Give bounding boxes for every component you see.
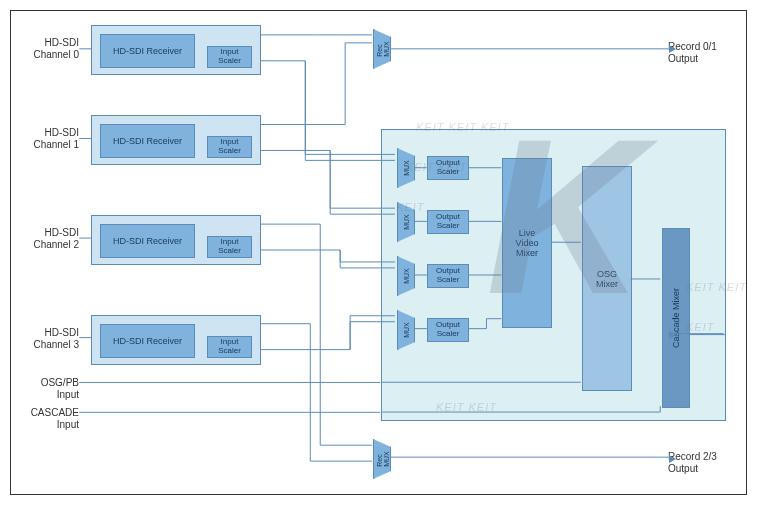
- rec-mux-top: Rec MUX: [373, 29, 391, 69]
- osg-mixer: OSG Mixer: [582, 166, 632, 391]
- hdsdi-receiver-2: HD-SDI Receiver: [100, 224, 195, 258]
- output-scaler-3: Output Scaler: [427, 318, 469, 342]
- output-scaler-0: Output Scaler: [427, 156, 469, 180]
- mux-1: MUX: [397, 202, 415, 242]
- mixer-region: MUX Output Scaler MUX Output Scaler MUX …: [381, 129, 726, 421]
- receiver-block-ch3: HD-SDI Receiver Input Scaler: [91, 315, 261, 365]
- label-record23-output: Record 2/3 Output: [668, 451, 738, 475]
- label-ch1: HD-SDI Channel 1: [19, 127, 79, 151]
- label-record01-output: Record 0/1 Output: [668, 41, 738, 65]
- hdsdi-receiver-1: HD-SDI Receiver: [100, 124, 195, 158]
- input-scaler-1: Input Scaler: [207, 136, 252, 158]
- arrow-display: [669, 331, 676, 339]
- live-video-mixer: Live Video Mixer: [502, 158, 552, 328]
- mux-2: MUX: [397, 256, 415, 296]
- label-cascade-input: CASCADE Input: [19, 407, 79, 431]
- input-scaler-0: Input Scaler: [207, 46, 252, 68]
- receiver-block-ch0: HD-SDI Receiver Input Scaler: [91, 25, 261, 75]
- output-scaler-1: Output Scaler: [427, 210, 469, 234]
- label-ch2: HD-SDI Channel 2: [19, 227, 79, 251]
- mux-0: MUX: [397, 148, 415, 188]
- receiver-block-ch1: HD-SDI Receiver Input Scaler: [91, 115, 261, 165]
- label-osg-input: OSG/PB Input: [19, 377, 79, 401]
- label-ch0: HD-SDI Channel 0: [19, 37, 79, 61]
- diagram-frame: K KEIT KEIT KEIT KEIT KEIT KEIT KEIT KEI…: [10, 10, 747, 495]
- hdsdi-receiver-3: HD-SDI Receiver: [100, 324, 195, 358]
- label-ch3: HD-SDI Channel 3: [19, 327, 79, 351]
- input-scaler-2: Input Scaler: [207, 236, 252, 258]
- arrow-record23: [669, 455, 676, 463]
- hdsdi-receiver-0: HD-SDI Receiver: [100, 34, 195, 68]
- receiver-block-ch2: HD-SDI Receiver Input Scaler: [91, 215, 261, 265]
- mux-3: MUX: [397, 310, 415, 350]
- output-scaler-2: Output Scaler: [427, 264, 469, 288]
- rec-mux-bottom: Rec MUX: [373, 439, 391, 479]
- cascade-mixer: Cascade Mixer: [662, 228, 690, 408]
- input-scaler-3: Input Scaler: [207, 336, 252, 358]
- arrow-record01: [669, 45, 676, 53]
